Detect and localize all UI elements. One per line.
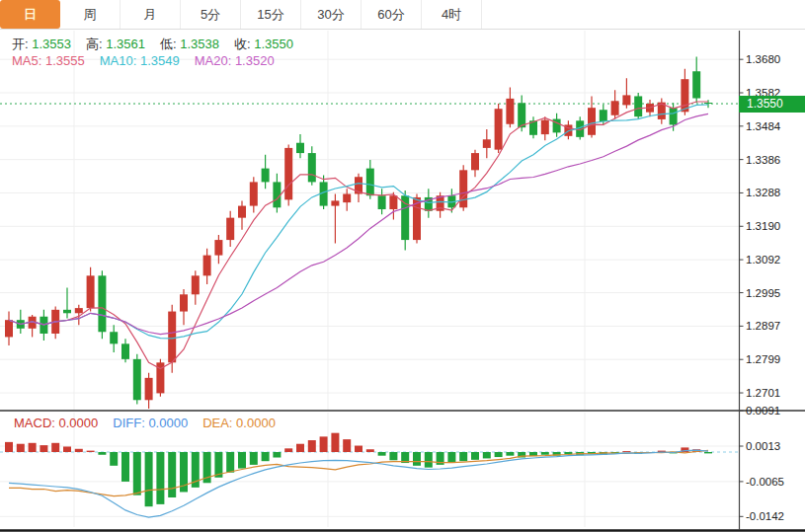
candle-body (366, 169, 374, 196)
macd-bar (121, 452, 129, 482)
candle-body (296, 143, 304, 153)
candle-body (110, 332, 118, 343)
candle-body (622, 95, 630, 105)
macd-bar (343, 439, 351, 452)
candles (5, 56, 712, 408)
macd-bar (447, 452, 455, 463)
macd-bar (284, 448, 292, 452)
macd-panel (5, 433, 712, 518)
chart-canvas[interactable]: 1.36801.35821.34841.33861.32881.31901.30… (0, 0, 805, 532)
macd-bar (378, 452, 386, 456)
macd-bar (75, 449, 83, 452)
axis-label: -0.0065 (746, 476, 784, 488)
axis-label: 1.2701 (746, 387, 780, 399)
candle-body (483, 139, 491, 148)
axis-label: 1.2897 (746, 320, 780, 332)
candle-body (634, 96, 642, 116)
macd-bar (366, 449, 374, 452)
candle-body (518, 103, 525, 127)
candle-body (670, 108, 678, 124)
macd-bar (308, 440, 316, 452)
macd-bar (133, 452, 141, 495)
macd-bar (98, 452, 106, 455)
tab-month[interactable]: 月 (121, 0, 181, 29)
macd-bar (5, 442, 13, 452)
macd-bar (622, 451, 630, 452)
ma10-line (9, 105, 708, 339)
macd-bar (425, 452, 433, 468)
axis-label: 1.3484 (746, 120, 781, 132)
candle-body (506, 99, 514, 124)
candle-body (389, 195, 397, 209)
candle-body (401, 195, 409, 240)
macd-bar (320, 436, 328, 452)
candle-body (681, 79, 688, 112)
candle-body (168, 312, 176, 363)
candle-body (331, 200, 339, 205)
candle-body (541, 120, 549, 134)
candle-body (75, 308, 83, 313)
tab-week[interactable]: 周 (60, 0, 121, 29)
candle-body (378, 195, 386, 209)
candle-body (284, 148, 292, 199)
tab-day[interactable]: 日 (0, 0, 60, 29)
macd-bar (389, 452, 397, 460)
macd-bar (459, 452, 467, 461)
candle-body (250, 182, 258, 205)
macd-bar (262, 452, 270, 461)
macd-bar (156, 452, 164, 504)
macd-bar (110, 452, 118, 466)
ma20-line (9, 114, 708, 334)
current-price-badge: 1.3550 (739, 96, 805, 113)
candle-body (238, 206, 246, 218)
candle-body (262, 169, 270, 183)
reference-lines (0, 104, 739, 452)
candle-body (600, 110, 607, 121)
axis-label: 1.3680 (746, 53, 780, 65)
candle-body (5, 320, 13, 337)
macd-bar (17, 444, 25, 452)
candle-body (133, 359, 141, 400)
candle-body (192, 275, 200, 294)
axis-label: 1.2995 (746, 287, 780, 299)
candle-body (98, 275, 106, 332)
axis-label: -0.0142 (746, 510, 784, 522)
candle-body (343, 193, 351, 202)
macd-bar (40, 445, 47, 452)
candle-body (495, 109, 503, 149)
macd-bar (29, 443, 37, 452)
candle-body (87, 275, 95, 308)
candle-body (214, 240, 222, 256)
tab-4hour[interactable]: 4时 (422, 0, 482, 29)
candle-body (273, 182, 281, 207)
axis-label: 1.3386 (746, 154, 780, 166)
tab-15min[interactable]: 15分 (241, 0, 301, 29)
macd-bar (331, 433, 339, 452)
axis-label: 1.2799 (746, 353, 780, 365)
tab-30min[interactable]: 30分 (301, 0, 362, 29)
macd-bar (506, 452, 514, 456)
candle-body (611, 101, 619, 114)
candle-body (588, 108, 596, 135)
macd-bar (483, 452, 491, 458)
macd-bar (250, 452, 258, 465)
macd-bar (238, 452, 246, 469)
macd-bar (168, 452, 176, 497)
candle-body (692, 71, 700, 98)
axis-label: 0.0013 (746, 440, 780, 452)
macd-bar (495, 452, 503, 457)
kline-chart-app: 日周月5分15分30分60分4时 1.36801.35821.34841.338… (0, 0, 805, 532)
candle-body (704, 103, 712, 104)
candle-body (471, 153, 479, 170)
candle-body (226, 218, 234, 240)
macd-bar (471, 452, 479, 460)
axis-label: 1.3288 (746, 187, 780, 198)
macd-bar (413, 452, 421, 466)
candle-body (145, 378, 153, 400)
axis-label: 0.0091 (746, 405, 780, 417)
axis-label: 1.3190 (746, 220, 780, 232)
macd-bar (63, 446, 71, 452)
tab-5min[interactable]: 5分 (181, 0, 241, 29)
tab-60min[interactable]: 60分 (362, 0, 422, 29)
macd-bar (704, 452, 712, 453)
